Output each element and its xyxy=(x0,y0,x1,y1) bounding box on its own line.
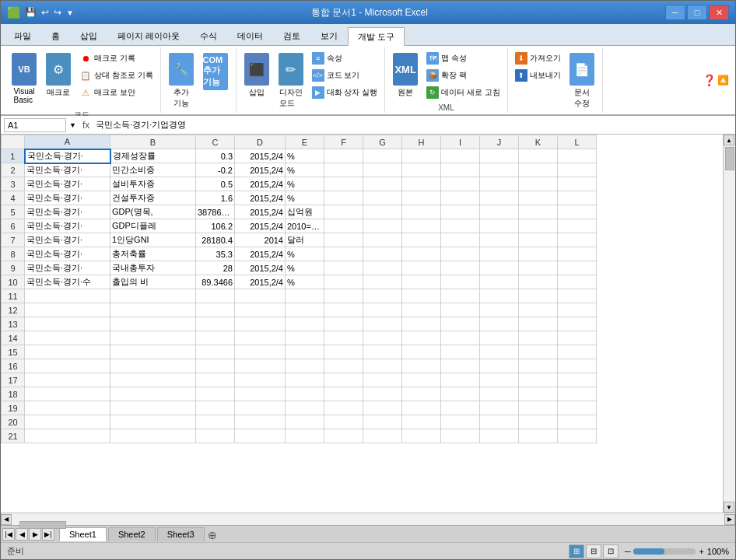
cell-E16[interactable] xyxy=(286,359,324,373)
cell-F18[interactable] xyxy=(324,387,363,401)
cell-G21[interactable] xyxy=(363,429,402,443)
page-break-view-button[interactable]: ⊡ xyxy=(603,544,619,558)
import-button[interactable]: ⬇ 가져오기 xyxy=(513,51,563,66)
cell-C8[interactable]: 35.3 xyxy=(196,247,235,261)
tab-formulas[interactable]: 수식 xyxy=(190,26,227,45)
expand-pack-button[interactable]: 📦 확장 팩 xyxy=(424,68,503,83)
cell-G10[interactable] xyxy=(363,275,402,289)
cell-B8[interactable]: 총저축률 xyxy=(110,247,196,261)
relative-ref-button[interactable]: 📋 상대 참조로 기록 xyxy=(77,68,156,83)
cell-D21[interactable] xyxy=(235,429,286,443)
cell-D19[interactable] xyxy=(235,401,286,415)
cell-L2[interactable] xyxy=(558,163,597,177)
cell-K19[interactable] xyxy=(519,401,558,415)
cell-E18[interactable] xyxy=(286,387,324,401)
cell-J19[interactable] xyxy=(480,401,519,415)
normal-view-button[interactable]: ⊞ xyxy=(569,544,584,558)
scroll-up-button[interactable]: ▲ xyxy=(724,135,734,145)
zoom-out-button[interactable]: ─ xyxy=(625,547,631,556)
cell-E17[interactable] xyxy=(286,373,324,387)
cell-L14[interactable] xyxy=(558,331,597,345)
cell-E12[interactable] xyxy=(286,303,324,317)
cell-G16[interactable] xyxy=(363,359,402,373)
cell-H19[interactable] xyxy=(402,401,441,415)
cell-E10[interactable]: % xyxy=(286,275,324,289)
cell-A12[interactable] xyxy=(25,303,110,317)
cell-C21[interactable] xyxy=(196,429,235,443)
cell-I9[interactable] xyxy=(441,261,480,275)
cell-D18[interactable] xyxy=(235,387,286,401)
cell-J2[interactable] xyxy=(480,163,519,177)
cell-H17[interactable] xyxy=(402,373,441,387)
cell-H3[interactable] xyxy=(402,177,441,191)
cell-A13[interactable] xyxy=(25,317,110,331)
tab-view[interactable]: 보기 xyxy=(310,26,348,45)
cell-F7[interactable] xyxy=(324,233,363,247)
record-macro-button[interactable]: ⏺ 매크로 기록 xyxy=(77,51,156,66)
zoom-in-button[interactable]: + xyxy=(699,547,703,556)
row-header-5[interactable]: 5 xyxy=(2,205,25,219)
cell-J8[interactable] xyxy=(480,247,519,261)
cell-F11[interactable] xyxy=(324,289,363,303)
cell-H18[interactable] xyxy=(402,387,441,401)
row-header-7[interactable]: 7 xyxy=(2,233,25,247)
cell-B10[interactable]: 출입의 비 xyxy=(110,275,196,289)
cell-H16[interactable] xyxy=(402,359,441,373)
cell-G1[interactable] xyxy=(363,149,402,163)
cell-I15[interactable] xyxy=(441,345,480,359)
row-header-11[interactable]: 11 xyxy=(2,289,25,303)
cell-H2[interactable] xyxy=(402,163,441,177)
tab-home[interactable]: 홈 xyxy=(41,26,70,45)
cell-L19[interactable] xyxy=(558,401,597,415)
cell-C18[interactable] xyxy=(196,387,235,401)
cell-J17[interactable] xyxy=(480,373,519,387)
cell-H11[interactable] xyxy=(402,289,441,303)
cell-A18[interactable] xyxy=(25,387,110,401)
cell-E15[interactable] xyxy=(286,345,324,359)
new-sheet-button[interactable]: ⊕ xyxy=(206,529,219,541)
cell-K16[interactable] xyxy=(519,359,558,373)
tab-insert[interactable]: 삽입 xyxy=(70,26,107,45)
cell-L12[interactable] xyxy=(558,303,597,317)
cell-E13[interactable] xyxy=(286,317,324,331)
cell-H13[interactable] xyxy=(402,317,441,331)
cell-B17[interactable] xyxy=(110,373,196,387)
cell-J13[interactable] xyxy=(480,317,519,331)
cell-L11[interactable] xyxy=(558,289,597,303)
cell-E20[interactable] xyxy=(286,415,324,429)
cell-E6[interactable]: 2010=100 xyxy=(286,219,324,233)
cell-I13[interactable] xyxy=(441,317,480,331)
cell-I3[interactable] xyxy=(441,177,480,191)
cell-J4[interactable] xyxy=(480,191,519,205)
cell-G12[interactable] xyxy=(363,303,402,317)
cell-A17[interactable] xyxy=(25,373,110,387)
properties-button[interactable]: ≡ 속성 xyxy=(310,51,380,66)
cell-L20[interactable] xyxy=(558,415,597,429)
cell-H5[interactable] xyxy=(402,205,441,219)
cell-B16[interactable] xyxy=(110,359,196,373)
cell-D14[interactable] xyxy=(235,331,286,345)
maximize-button[interactable]: □ xyxy=(687,5,707,20)
page-layout-view-button[interactable]: ⊟ xyxy=(586,544,601,558)
cell-D11[interactable] xyxy=(235,289,286,303)
scroll-thumb-h[interactable] xyxy=(19,521,66,529)
cell-F20[interactable] xyxy=(324,415,363,429)
dropdown-arrow[interactable]: ▼ xyxy=(69,121,76,129)
cell-E1[interactable]: % xyxy=(286,149,324,163)
cell-J12[interactable] xyxy=(480,303,519,317)
cell-K14[interactable] xyxy=(519,331,558,345)
scroll-thumb-v[interactable] xyxy=(725,147,734,170)
quick-save[interactable]: 💾 xyxy=(25,7,37,18)
cell-B20[interactable] xyxy=(110,415,196,429)
cell-J1[interactable] xyxy=(480,149,519,163)
row-header-1[interactable]: 1 xyxy=(2,149,25,163)
run-dialog-button[interactable]: ▶ 대화 상자 실행 xyxy=(310,85,380,100)
cell-K6[interactable] xyxy=(519,219,558,233)
cell-E9[interactable]: % xyxy=(286,261,324,275)
cell-G4[interactable] xyxy=(363,191,402,205)
cell-K5[interactable] xyxy=(519,205,558,219)
cell-G3[interactable] xyxy=(363,177,402,191)
cell-H7[interactable] xyxy=(402,233,441,247)
cell-I14[interactable] xyxy=(441,331,480,345)
row-header-9[interactable]: 9 xyxy=(2,261,25,275)
